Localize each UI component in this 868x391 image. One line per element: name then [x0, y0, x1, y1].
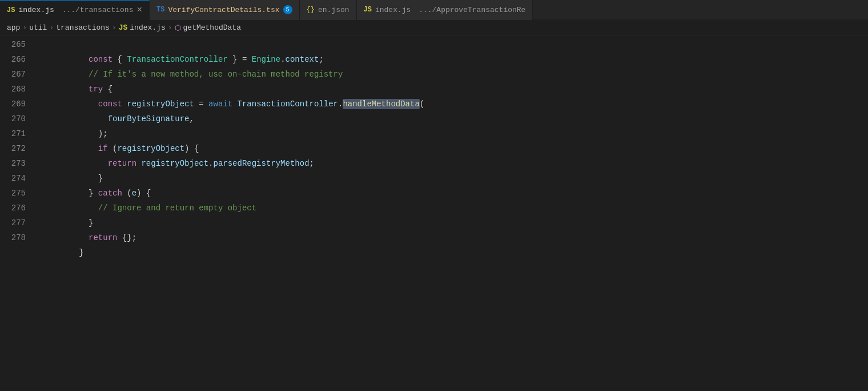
line-numbers: 265 266 267 268 269 270 271 272 273 274 … — [0, 36, 31, 391]
editor-gutter — [31, 36, 38, 391]
breadcrumb-part: app — [7, 23, 20, 32]
tab-label: index.js — [375, 6, 411, 14]
line-number: 277 — [0, 216, 26, 230]
editor: 265 266 267 268 269 270 271 272 273 274 … — [0, 36, 868, 391]
line-number: 267 — [0, 67, 26, 82]
tab-label: en.json — [318, 6, 349, 14]
breadcrumb-part: getMethodData — [183, 23, 241, 32]
breadcrumb-icon-module: ⬡ — [175, 23, 181, 33]
line-number: 268 — [0, 82, 26, 97]
code-line-271: if (registryObject) { — [38, 126, 868, 141]
breadcrumb-part: transactions — [56, 23, 110, 32]
line-number: 275 — [0, 186, 26, 201]
tab-label: VerifyContractDetails.tsx — [168, 6, 279, 14]
line-number: 265 — [0, 37, 26, 52]
tab-en-json[interactable]: {} en.json — [300, 0, 357, 20]
code-line-277: return {}; — [38, 216, 868, 230]
js-icon: JS — [364, 6, 372, 14]
code-line-274: } catch (e) { — [38, 171, 868, 186]
line-number: 270 — [0, 111, 26, 126]
tab-badge: 5 — [283, 5, 292, 14]
breadcrumb-sep: › — [49, 23, 54, 32]
line-number: 276 — [0, 201, 26, 216]
ts-icon: TS — [156, 6, 164, 14]
line-number: 273 — [0, 156, 26, 171]
tab-path: .../transactions — [58, 6, 134, 14]
breadcrumb: app › util › transactions › JS index.js … — [0, 20, 868, 36]
breadcrumb-sep: › — [168, 23, 172, 32]
tab-verify-contract[interactable]: TS VerifyContractDetails.tsx 5 — [150, 0, 299, 20]
breadcrumb-part: util — [29, 23, 47, 32]
tab-close-button[interactable]: × — [136, 6, 142, 15]
line-number: 278 — [0, 230, 26, 245]
breadcrumb-sep: › — [112, 23, 116, 32]
code-editor[interactable]: const { TransactionController } = Engine… — [38, 36, 868, 391]
line-number: 269 — [0, 97, 26, 111]
json-icon: {} — [307, 6, 315, 14]
breadcrumb-part: index.js — [130, 23, 165, 32]
breadcrumb-icon-js: JS — [119, 23, 128, 32]
tab-index-approve[interactable]: JS index.js .../ApproveTransactionRe — [357, 0, 533, 20]
line-number: 271 — [0, 126, 26, 141]
line-number: 274 — [0, 171, 26, 186]
code-line-268: const registryObject = await Transaction… — [38, 82, 868, 97]
code-line-275: // Ignore and return empty object — [38, 186, 868, 201]
code-line-265: const { TransactionController } = Engine… — [38, 37, 868, 52]
tab-bar: JS index.js .../transactions × TS Verify… — [0, 0, 868, 20]
tab-label: index.js — [18, 6, 54, 14]
line-number: 272 — [0, 141, 26, 156]
tab-index-transactions[interactable]: JS index.js .../transactions × — [0, 0, 150, 20]
js-icon: JS — [7, 6, 15, 14]
code-line-278: } — [38, 230, 868, 245]
tab-path: .../ApproveTransactionRe — [414, 6, 525, 14]
breadcrumb-sep: › — [22, 23, 27, 32]
line-number: 266 — [0, 52, 26, 67]
